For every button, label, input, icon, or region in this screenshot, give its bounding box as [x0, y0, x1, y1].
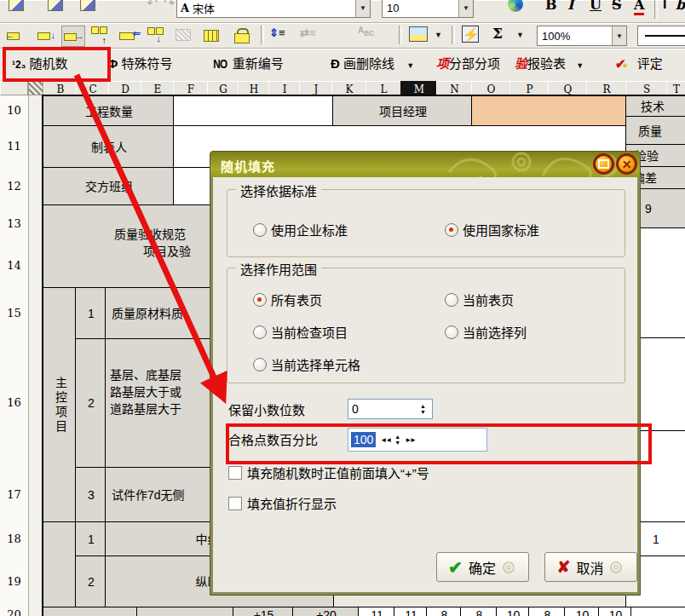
row-header-10[interactable]: 10 — [0, 95, 29, 126]
cell-main-control[interactable]: 主控项目 — [43, 287, 78, 523]
table-properties-icon[interactable] — [202, 26, 224, 45]
cell-r20-v3[interactable]: 11 — [394, 607, 429, 616]
row-header-15[interactable]: 15 — [0, 287, 29, 339]
strikeline-dropdown-icon[interactable]: ▼ — [406, 61, 414, 70]
radio-current-cell[interactable]: 当前选择单元格 — [253, 355, 360, 373]
auto-calc-icon[interactable]: ⚡ — [462, 26, 479, 43]
decimal-places-spinner[interactable]: 0 ▲▼ — [348, 399, 433, 419]
picture-dropdown-icon[interactable]: ▼ — [435, 31, 442, 39]
renumber-button[interactable]: NO 重新编号 — [211, 54, 284, 72]
strikeline-button[interactable]: Đ 画删除线 ▼ — [331, 54, 414, 72]
italic-button[interactable]: I — [567, 0, 573, 13]
cell-r20-end[interactable] — [630, 607, 685, 616]
sum-icon[interactable]: Σ — [492, 25, 503, 42]
insert-picture-icon[interactable] — [409, 26, 428, 42]
paragraph-spacing-icon[interactable]: ⇄≡ — [300, 26, 315, 39]
cell-tech-fragment[interactable]: 技术 — [625, 95, 685, 118]
font-name-combo[interactable]: A 宋体 ▼ — [176, 0, 371, 18]
row-header-13[interactable]: 13 — [0, 204, 29, 244]
select-all-corner[interactable] — [0, 81, 28, 95]
checkbox-plus-sign[interactable]: 填充随机数时正值前面填入“+”号 — [228, 463, 429, 481]
lock-icon[interactable] — [232, 26, 254, 45]
radio-current-sheet[interactable]: 当前表页 — [445, 291, 514, 308]
line-spacing-icon[interactable]: ⇕≡ — [269, 26, 285, 39]
row-header-14[interactable]: 14 — [0, 243, 29, 288]
cell-r20-v9[interactable]: 10 — [598, 607, 633, 616]
insert-cell-right-icon[interactable]: → — [61, 26, 85, 47]
redo-icon[interactable]: ↷ — [164, 0, 175, 11]
row-header-12[interactable]: 12 — [0, 167, 29, 205]
row-header-11[interactable]: 11 — [0, 125, 29, 168]
row-header-17[interactable]: 17 — [0, 467, 29, 522]
checkbox-wrap-display[interactable]: 填充值折行显示 — [228, 494, 337, 512]
cell-engineering-qty[interactable]: 工程数量 — [43, 95, 176, 128]
cell-r20-v2[interactable]: 11 — [358, 607, 396, 616]
zoom-combo[interactable]: 100% ▼ — [537, 26, 627, 46]
cell-r20-v5[interactable]: 8 — [460, 607, 498, 616]
cell-general-group[interactable] — [43, 521, 78, 608]
cell-r20-b[interactable] — [136, 607, 235, 616]
special-symbol-button[interactable]: Φ 特殊符号 — [107, 54, 173, 72]
radio-all-sheets[interactable]: 所有表页 — [253, 291, 322, 308]
spellcheck-icon[interactable]: ABC — [358, 26, 374, 37]
row-header-20[interactable]: 20 — [0, 607, 29, 616]
cell-r15-no[interactable]: 1 — [75, 287, 107, 340]
cell-quality-fragment[interactable]: 质量 — [625, 116, 685, 147]
font-name-dropdown-icon[interactable]: ▼ — [355, 0, 370, 17]
split-cell-up-icon[interactable]: ↑ — [89, 26, 112, 45]
dialog-titlebar[interactable]: 随机填充 ✕ — [210, 152, 640, 177]
radio-national-standard[interactable]: 使用国家标准 — [445, 221, 539, 239]
row-header-18[interactable]: 18 — [0, 521, 29, 556]
underline-button[interactable]: U — [590, 0, 602, 13]
radio-enterprise-standard[interactable]: 使用企业标准 — [253, 221, 348, 239]
font-size-combo[interactable]: 10 ▼ — [382, 0, 474, 18]
column-header-a-hidden[interactable] — [28, 81, 43, 95]
cell-r20-v8[interactable]: 10 — [564, 607, 601, 616]
undo-icon[interactable]: ↶ — [147, 0, 158, 11]
cell-r19-no[interactable]: 2 — [75, 556, 107, 608]
cell-r17-no[interactable]: 3 — [75, 467, 107, 523]
subitem-button[interactable]: 项分部分项 — [436, 54, 500, 72]
fill-color-icon[interactable] — [508, 0, 523, 12]
report-button[interactable]: 验报验表 ▼ — [515, 54, 584, 72]
strikethrough-button[interactable]: S — [612, 0, 622, 13]
cell-r20-v6[interactable]: 10 — [496, 607, 531, 616]
split-cell-down-icon[interactable]: ↓ — [146, 26, 168, 45]
zoom-dropdown-icon[interactable]: ▼ — [612, 26, 626, 45]
find-icon[interactable] — [48, 0, 63, 11]
ok-button[interactable]: ✔ 确定 — [436, 552, 529, 582]
delete-cell-icon[interactable]: ↓ — [33, 26, 55, 45]
sum-dropdown-icon[interactable]: ▼ — [516, 31, 524, 39]
row-header-16[interactable]: 16 — [0, 338, 29, 468]
copy-icon[interactable] — [9, 0, 24, 11]
font-color-button[interactable]: A — [634, 0, 644, 15]
font-size-dropdown-icon[interactable]: ▼ — [458, 0, 473, 17]
subscript-icon[interactable]: b — [676, 0, 685, 13]
cell-r10-blank[interactable] — [173, 95, 335, 128]
report-dropdown-icon[interactable]: ▼ — [576, 61, 584, 70]
radio-current-column[interactable]: 当前选择列 — [445, 323, 527, 341]
cell-r16-no[interactable]: 2 — [75, 338, 107, 469]
pattern-icon[interactable] — [174, 26, 196, 45]
cell-r20-v4[interactable]: 8 — [426, 607, 463, 616]
close-button[interactable]: ✕ — [616, 153, 637, 175]
line-style-combo[interactable] — [637, 26, 685, 46]
cell-r20-a[interactable] — [43, 607, 139, 616]
cell-tabulator[interactable]: 制表人 — [43, 125, 176, 170]
decimal-spinner-arrows-icon[interactable]: ▲▼ — [420, 403, 426, 415]
cell-r20-v1[interactable]: +20 — [292, 607, 360, 616]
cell-project-manager[interactable]: 项目经理 — [332, 95, 474, 128]
insert-cell-left-icon[interactable]: ← — [5, 26, 27, 45]
minimize-button[interactable] — [593, 153, 614, 175]
row-header-19[interactable]: 19 — [0, 556, 29, 607]
cancel-button[interactable]: ✘ 取消 — [544, 552, 637, 582]
merge-cell-icon[interactable]: ⇐ — [118, 26, 140, 45]
radio-current-item[interactable]: 当前检查项目 — [253, 323, 348, 341]
cell-r20-v0[interactable]: +15 — [233, 607, 295, 616]
cell-r18-no[interactable]: 1 — [75, 521, 107, 557]
assess-button[interactable]: ✔★ 评定 — [615, 54, 663, 72]
cell-peach-selected[interactable] — [471, 95, 628, 128]
bold-button[interactable]: B — [545, 0, 557, 13]
paste-icon[interactable] — [80, 0, 95, 11]
cell-handover-team[interactable]: 交方班组 — [43, 167, 176, 207]
